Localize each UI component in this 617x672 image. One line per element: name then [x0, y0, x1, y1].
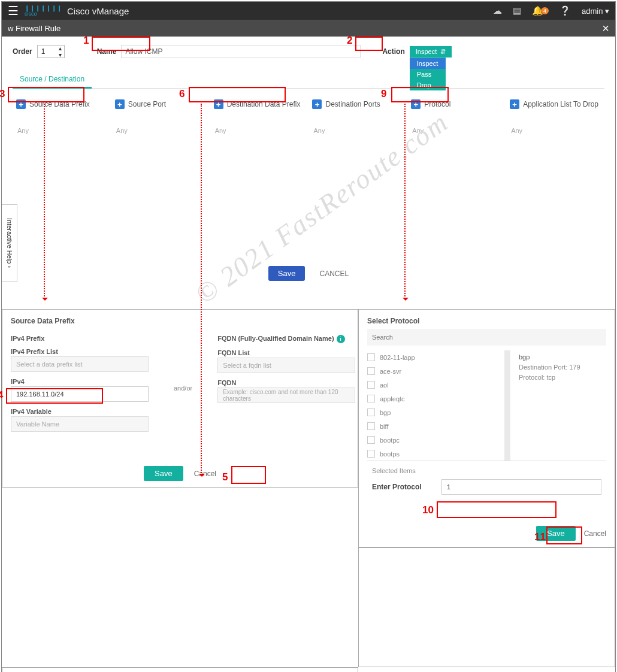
close-icon[interactable]: ×	[602, 22, 609, 35]
proto-item[interactable]: bootps	[367, 447, 500, 461]
tab-source-destination[interactable]: Source / Destination	[13, 71, 92, 89]
action-selected: Inspect⇵	[410, 46, 452, 57]
callout-9	[391, 87, 449, 102]
proto-item[interactable]: aol	[367, 378, 500, 392]
callout-num-3: 3	[0, 88, 5, 100]
callout-num-2: 2	[347, 35, 352, 47]
proto-title: Select Protocol	[367, 317, 606, 325]
action-option-pass[interactable]: Pass	[410, 69, 446, 80]
sdp-cancel-button[interactable]: Cancel	[194, 470, 216, 478]
callout-num-6: 6	[179, 88, 185, 100]
callout-4	[6, 388, 103, 404]
plus-icon[interactable]: +	[510, 99, 519, 109]
sdp-ipv4var-input[interactable]: Variable Name	[11, 416, 149, 432]
callout-num-10: 10	[422, 504, 434, 516]
help-icon[interactable]: ❔	[559, 5, 571, 16]
sub-header: w Firewall Rule ×	[2, 20, 615, 37]
enter-protocol-label: Enter Protocol	[372, 483, 441, 491]
plus-icon[interactable]: +	[312, 99, 322, 109]
arrow-6	[201, 104, 202, 475]
callout-2	[355, 37, 383, 51]
callout-11	[546, 526, 582, 544]
callout-num-5: 5	[222, 471, 228, 483]
order-label: Order	[13, 47, 32, 56]
sdp-fqdn-input[interactable]: Example: cisco.com and not more than 120…	[217, 388, 355, 403]
rule-save-button[interactable]: Save	[268, 266, 306, 281]
selected-items-label: Selected Items	[367, 461, 606, 477]
app-name: Cisco vManage	[67, 6, 129, 16]
rule-cancel-button[interactable]: CANCEL	[319, 270, 349, 278]
scrollbar[interactable]	[504, 350, 510, 461]
ddp-panel: Destination Data Prefix IPv4 Prefix IPv4…	[2, 667, 358, 672]
bell-icon[interactable]: 🔔4	[532, 5, 549, 16]
callout-num-1: 1	[83, 35, 89, 47]
user-menu[interactable]: admin ▾	[582, 7, 609, 16]
cloud-icon[interactable]: ☁	[493, 5, 502, 16]
interactive-help-button[interactable]: Interactive Help ›	[2, 204, 17, 282]
info-icon[interactable]: i	[337, 335, 345, 343]
callout-5	[231, 466, 266, 484]
proto-item[interactable]: bootpc	[367, 433, 500, 447]
proto-cancel-button[interactable]: Cancel	[584, 529, 606, 538]
callout-3	[8, 87, 84, 102]
sdp-title: Source Data Prefix	[11, 317, 349, 325]
callout-6	[189, 87, 286, 102]
cisco-logo: ❙❙❙❙❙❙❙ cisco	[25, 5, 62, 17]
sdp-panel: Source Data Prefix IPv4 Prefix IPv4 Pref…	[2, 309, 358, 488]
col-applist: Application List To Drop	[523, 100, 598, 108]
app-header: ☰ ❙❙❙❙❙❙❙ cisco Cisco vManage ☁ ▤ 🔔4 ❔ a…	[2, 2, 615, 20]
sdp-prefixlist-input[interactable]: Select a data prefix list	[11, 356, 149, 372]
name-input[interactable]: Allow ICMP	[121, 45, 361, 58]
chevron-updown-icon: ⇵	[440, 48, 446, 56]
col-source-port: Source Port	[128, 100, 166, 108]
callout-num-9: 9	[381, 88, 386, 100]
action-option-inspect[interactable]: Inspect	[410, 58, 446, 69]
action-select[interactable]: Inspect⇵ Inspect Pass Drop	[410, 46, 452, 57]
proto-empty-panel	[358, 547, 615, 667]
col-dest-ports: Destination Ports	[325, 100, 380, 108]
sdp-fqdnlist-input[interactable]: Select a fqdn list	[217, 358, 355, 373]
callout-num-4: 4	[0, 389, 3, 401]
proto-detail: bgp Destination Port: 179 Protocol: tcp	[510, 350, 606, 461]
action-label: Action	[382, 47, 404, 56]
sdp-save-button[interactable]: Save	[144, 466, 183, 481]
proto-item[interactable]: biff	[367, 419, 500, 433]
callout-1	[92, 37, 150, 51]
proto-item[interactable]: 802-11-lapp	[367, 350, 500, 364]
proto-search-input[interactable]	[367, 329, 606, 346]
plus-icon[interactable]: +	[115, 99, 125, 109]
enter-protocol-input[interactable]: 1	[441, 479, 601, 495]
menu-icon[interactable]: ☰	[8, 4, 19, 18]
order-input[interactable]: 1▴▾	[37, 45, 65, 58]
callout-10	[437, 501, 556, 518]
page-subtitle: w Firewall Rule	[8, 24, 61, 33]
callout-num-11: 11	[534, 531, 546, 543]
tasks-icon[interactable]: ▤	[513, 5, 521, 16]
arrow-9	[404, 104, 406, 299]
arrow-3	[44, 104, 45, 299]
proto-item[interactable]: bgp	[367, 405, 500, 419]
proto-item[interactable]: appleqtc	[367, 392, 500, 405]
proto-item[interactable]: ace-svr	[367, 364, 500, 378]
rule-editor: © 2021 FastReroute.com Order 1▴▾ Name Al…	[2, 37, 615, 309]
proto-panel: Select Protocol 802-11-lapp ace-svr aol …	[358, 309, 615, 547]
